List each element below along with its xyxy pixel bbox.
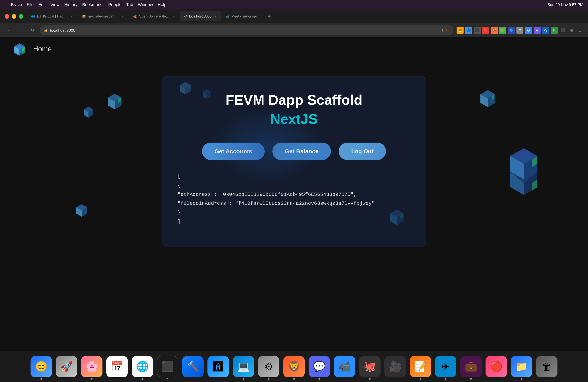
tab-localhost-label: localhost:3000 [189,14,211,19]
dock-obs[interactable]: 🎥 [384,356,406,377]
tab-github-close[interactable]: ✕ [172,15,175,18]
dock-files[interactable]: 📁 [511,356,532,377]
deco-cube-4 [506,144,541,203]
ext-icon-7[interactable]: 🔷 [508,27,515,34]
dock-discord[interactable]: 💬 [309,356,330,377]
dock-photos[interactable]: 🌸 [81,356,103,377]
dock-sublime[interactable]: 📝 [410,356,431,377]
tab-ethglobal-favicon: 🌐 [31,15,35,18]
dock-app-pink[interactable]: 🔴 [485,356,507,377]
ext-icon-9[interactable]: G [525,27,532,34]
ext-icon-extensions[interactable]: ⬛ [559,27,566,34]
reload-button[interactable]: ↻ [28,26,37,35]
ext-icon-11[interactable]: W [542,27,549,34]
get-balance-button[interactable]: Get Balance [273,143,331,160]
ext-icon-1[interactable]: 🦊 [457,27,463,34]
json-line-4: "filecoinAddress": "f410farwl5tucs23nn4a… [178,199,410,208]
share-icon[interactable]: ⬆ [441,28,444,32]
button-row: Get Accounts Get Balance Log Out [202,143,386,160]
address-bar[interactable]: 🔒 localhost:3000 ⬆ 🛡 [40,25,453,35]
ext-icon-2[interactable]: 🔵 [465,27,472,34]
json-line-1: [ [178,172,410,181]
ext-icon-8[interactable]: ⚙ [516,27,524,34]
dock-chrome[interactable]: 🌐 [132,356,153,377]
tab-localhost[interactable]: 🛡 localhost:3000 ✕ [180,11,221,21]
page-content: Home [0,37,588,382]
menubar-tab[interactable]: Tab [126,2,133,7]
dock-trash[interactable]: 🗑 [536,356,557,377]
card-deco-cube-br [387,208,407,228]
forward-button[interactable]: › [16,26,25,35]
dock-finder[interactable]: 😊 [31,356,52,377]
browser-toolbar-right: 🦊 🔵 ⬛ 🔴 🦁 🟢 🔷 ⚙ G A W N ⬛ ▣ ☰ [457,27,583,34]
dock-github-desktop[interactable]: 🐙 [359,356,380,377]
back-button[interactable]: ‹ [5,26,13,35]
ext-icon-5[interactable]: 🦁 [491,27,498,34]
maximize-window-button[interactable] [19,14,23,19]
menubar-edit[interactable]: Edit [38,2,46,7]
menubar-file[interactable]: File [27,2,34,7]
url-display[interactable]: localhost:3000 [50,28,439,33]
app-logo [12,41,27,57]
card-title: FEVM Dapp Scaffold [226,92,362,108]
tab-localhost-close[interactable]: ✕ [213,15,217,18]
new-tab-button[interactable]: + [265,12,273,20]
menubar-brave[interactable]: Brave [11,2,22,7]
main-card: FEVM Dapp Scaffold NextJS Get Accounts G… [162,76,426,247]
menubar-view[interactable]: View [50,2,60,7]
log-out-button[interactable]: Log Out [339,143,386,160]
tab-github-favicon: 🐙 [133,15,137,18]
ext-icon-sidebar[interactable]: ▣ [568,27,575,34]
ext-icon-4[interactable]: 🔴 [482,27,489,34]
minimize-window-button[interactable] [12,14,16,19]
tab-meet-label: Meet - suv-uroj-xjj [231,14,259,19]
ext-icon-menu[interactable]: ☰ [576,27,583,34]
menubar-help[interactable]: Help [158,2,167,7]
menubar-window[interactable]: Window [138,2,153,7]
tab-npm-favicon: 📦 [82,15,86,18]
security-lock-icon: 🔒 [43,28,48,32]
tab-npm-close[interactable]: ✕ [121,15,125,18]
ext-icon-10[interactable]: A [534,27,541,34]
ext-icon-12[interactable]: N [551,27,558,34]
json-line-5: } [178,208,410,217]
app-header: Home [0,37,588,61]
ext-icon-6[interactable]: 🟢 [499,27,506,34]
menubar-history[interactable]: History [64,2,77,7]
apple-menu[interactable]:  [5,2,6,7]
tab-ethglobal[interactable]: 🌐 ETHGlobal | Hack FEVM ✕ [27,11,77,21]
dock: 😊 🚀 🌸 📅 🌐 ⬛ 🔨 🅰 💻 ⚙ 🦁 💬 [0,351,588,382]
traffic-lights [3,14,23,19]
tab-ethglobal-close[interactable]: ✕ [70,15,74,18]
tab-meet-favicon: 📹 [226,15,230,18]
get-accounts-button[interactable]: Get Accounts [202,143,265,160]
tab-localhost-favicon: 🛡 [184,15,187,18]
tab-github-label: Open-Sorcerer/fevm-dapp-next-sc... [139,14,170,19]
dock-vscode[interactable]: 💻 [233,356,254,377]
dock-telegram[interactable]: ✈ [435,356,456,377]
dock-terminal[interactable]: ⬛ [157,356,178,377]
dock-zoom[interactable]: 📹 [334,356,355,377]
tab-github[interactable]: 🐙 Open-Sorcerer/fevm-dapp-next-sc... ✕ [129,11,179,21]
tab-meet[interactable]: 📹 Meet - suv-uroj-xjj [222,11,263,21]
shield-icon: 🛡 [446,28,450,32]
nav-bar: ‹ › ↻ 🔒 localhost:3000 ⬆ 🛡 🦊 🔵 ⬛ 🔴 🦁 🟢 🔷… [0,23,588,37]
json-output: [ { "ethAddress": "0x046cbECE8296b6D6f01… [174,172,414,226]
json-line-3: "ethAddress": "0x046cbECE8296b6D6f01Acb4… [178,190,410,199]
ext-icon-3[interactable]: ⬛ [474,27,481,34]
deco-cube-5 [74,203,89,219]
tab-npm-label: nextjs-fevm-scaffold - npm [88,14,119,19]
menubar-people[interactable]: People [108,2,122,7]
dock-brave[interactable]: 🦁 [283,356,305,377]
dock-appstore[interactable]: 🅰 [208,356,229,377]
dock-slack[interactable]: 💼 [460,356,482,377]
dock-launchpad[interactable]: 🚀 [56,356,77,377]
menubar-right: Sun 20 Nov 9:57 PM [547,2,583,7]
tab-npm[interactable]: 📦 nextjs-fevm-scaffold - npm ✕ [78,11,128,21]
dock-xcode[interactable]: 🔨 [182,356,204,377]
dock-calendar[interactable]: 📅 [106,356,128,377]
card-deco-cube-tl [178,80,193,97]
close-window-button[interactable] [5,14,9,19]
menubar-bookmarks[interactable]: Bookmarks [82,2,104,7]
dock-system-prefs[interactable]: ⚙ [258,356,279,377]
